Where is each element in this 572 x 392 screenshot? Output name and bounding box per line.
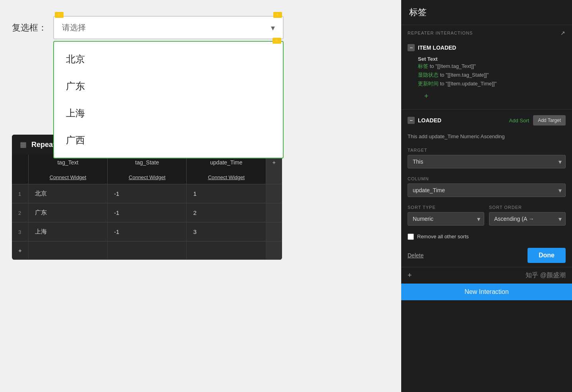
panel-title: 标签	[401, 0, 572, 25]
time-label: 更新时间	[418, 81, 439, 87]
sort-order-select-wrapper: Ascending (A →	[489, 212, 566, 226]
row-1-update-time: 1	[187, 184, 266, 203]
loaded-title-group: − LOADED	[408, 117, 441, 124]
table-row: 3 上海 -1 3	[12, 222, 282, 241]
row-2-tag-state: -1	[108, 203, 187, 222]
data-table: tag_Text tag_State update_Time + Connect…	[12, 154, 282, 260]
dropdown-item-guangxi[interactable]: 广西	[54, 127, 283, 154]
tag-label: 标签	[418, 63, 428, 69]
tag-text-detail: 标签 to "[[Item.tag_Text]]"	[418, 62, 566, 71]
loaded-name: LOADED	[418, 117, 441, 124]
row-3-tag-text: 上海	[28, 222, 107, 241]
row-num-header	[12, 154, 28, 170]
add-target-button[interactable]: Add Target	[533, 115, 566, 126]
repeater-interactions-label: REPEATER INTERACTIONS	[408, 31, 473, 35]
remove-sorts-checkbox[interactable]	[408, 234, 414, 240]
update-time-detail: 更新时间 to "[[Item.update_Time]]"	[418, 79, 566, 88]
set-text-action: Set Text 标签 to "[[Item.tag_Text]]" 显隐状态 …	[408, 54, 566, 90]
state-value: to "[[Item.tag_State]]"	[440, 72, 489, 78]
table-row: 2 广东 -1 2	[12, 203, 282, 222]
sort-type-order-row: SORT TYPE Numeric SORT ORDER Ascending (…	[401, 201, 572, 230]
checkbox-label: 复选框：	[12, 22, 47, 34]
delete-link[interactable]: Delete	[408, 252, 423, 259]
sort-description: This add update_Time Numeric Ascending	[401, 129, 572, 144]
connect-row-empty	[12, 170, 28, 184]
right-panel: 标签 REPEATER INTERACTIONS ↗ − ITEM LOADED…	[401, 0, 572, 392]
lightning-left-badge: ⚡	[55, 12, 64, 18]
row-3-num: 3	[18, 229, 21, 235]
sort-type-label: SORT TYPE	[408, 205, 484, 210]
new-interaction-button[interactable]: New Interaction	[401, 284, 572, 300]
action-buttons-row: Delete Done	[401, 244, 572, 267]
bottom-bar: + 知乎 @颜盛潮	[401, 267, 572, 284]
add-action-button[interactable]: +	[408, 90, 566, 103]
row-2-extra	[266, 203, 282, 222]
select-box[interactable]: 请选择 ▾	[53, 16, 284, 39]
lightning-right-badge: ⚡	[273, 12, 282, 18]
add-row-empty-1	[28, 241, 107, 260]
row-3-tag-state: -1	[108, 222, 187, 241]
row-3-extra	[266, 222, 282, 241]
done-button[interactable]: Done	[528, 248, 566, 263]
select-placeholder: 请选择	[62, 22, 86, 33]
add-row-empty-3	[187, 241, 266, 260]
repeater-interactions-expand-icon[interactable]: ↗	[560, 30, 566, 36]
add-row: +	[12, 241, 282, 260]
column-select[interactable]: update_Time	[408, 183, 566, 197]
row-3-update-time: 3	[187, 222, 266, 241]
select-wrapper: ⚡ ⚡ 请选择 ▾ ⚡ 北京 广东 上海 广西	[53, 16, 284, 39]
column-select-wrapper: update_Time	[408, 183, 566, 197]
add-row-button[interactable]: +	[12, 241, 28, 260]
remove-sorts-row: Remove all other sorts	[401, 230, 572, 244]
target-field-section: TARGET This	[401, 144, 572, 172]
target-select-wrapper: This	[408, 155, 566, 168]
divider	[401, 109, 572, 110]
dropdown-lightning-icon: ⚡	[272, 38, 281, 44]
grid-icon: ▦	[20, 140, 27, 149]
row-2-update-time: 2	[187, 203, 266, 222]
sort-type-group: SORT TYPE Numeric	[408, 205, 484, 226]
dropdown-item-guangdong[interactable]: 广东	[54, 73, 283, 100]
item-loaded-collapse-button[interactable]: −	[408, 44, 415, 51]
tag-state-detail: 显隐状态 to "[[Item.tag_State]]"	[418, 71, 566, 79]
sort-order-select[interactable]: Ascending (A →	[489, 212, 566, 226]
time-value: to "[[Item.update_Time]]"	[440, 81, 497, 87]
dropdown-arrow-icon: ▾	[271, 23, 275, 33]
row-1-tag-text: 北京	[28, 184, 107, 203]
repeater-interactions-header: REPEATER INTERACTIONS ↗	[401, 25, 572, 41]
loaded-header: − LOADED Add Sort Add Target	[401, 111, 572, 129]
add-interaction-plus-button[interactable]: +	[408, 271, 412, 280]
table-row: 1 北京 -1 1	[12, 184, 282, 203]
dropdown-item-shanghai[interactable]: 上海	[54, 100, 283, 127]
state-label: 显隐状态	[418, 72, 439, 78]
target-select[interactable]: This	[408, 155, 566, 168]
left-panel: 复选框： ⚡ ⚡ 请选择 ▾ ⚡ 北京 广东 上海 广西 ▦ Repeater …	[0, 0, 401, 392]
connect-update-time[interactable]: Connect Widget	[187, 170, 266, 184]
connect-tag-state[interactable]: Connect Widget	[108, 170, 187, 184]
add-sort-button[interactable]: Add Sort	[509, 118, 529, 124]
column-label: COLUMN	[408, 176, 566, 181]
set-text-label: Set Text	[418, 56, 566, 62]
row-2-num: 2	[18, 210, 21, 216]
connect-tag-text[interactable]: Connect Widget	[28, 170, 107, 184]
sort-order-group: SORT ORDER Ascending (A →	[489, 205, 566, 226]
loaded-collapse-button[interactable]: −	[408, 117, 415, 124]
item-loaded-title-row: − ITEM LOADED	[408, 41, 566, 54]
sort-type-select[interactable]: Numeric	[408, 212, 484, 226]
connect-add-col	[266, 170, 282, 184]
add-row-extra	[266, 241, 282, 260]
row-1-extra	[266, 184, 282, 203]
add-row-empty-2	[108, 241, 187, 260]
dropdown-menu: ⚡ 北京 广东 上海 广西	[53, 41, 284, 158]
row-1-tag-state: -1	[108, 184, 187, 203]
remove-sorts-label: Remove all other sorts	[417, 234, 469, 239]
column-field-section: COLUMN update_Time	[401, 172, 572, 201]
item-loaded-name: ITEM LOADED	[418, 44, 456, 51]
dropdown-item-beijing[interactable]: 北京	[54, 46, 283, 73]
checkbox-row: 复选框： ⚡ ⚡ 请选择 ▾ ⚡ 北京 广东 上海 广西	[12, 16, 389, 39]
tag-value: to "[[Item.tag_Text]]"	[430, 63, 476, 69]
item-loaded-block: − ITEM LOADED Set Text 标签 to "[[Item.tag…	[401, 41, 572, 108]
row-2-tag-text: 广东	[28, 203, 107, 222]
row-1-num: 1	[18, 191, 21, 197]
sort-order-label: SORT ORDER	[489, 205, 566, 210]
